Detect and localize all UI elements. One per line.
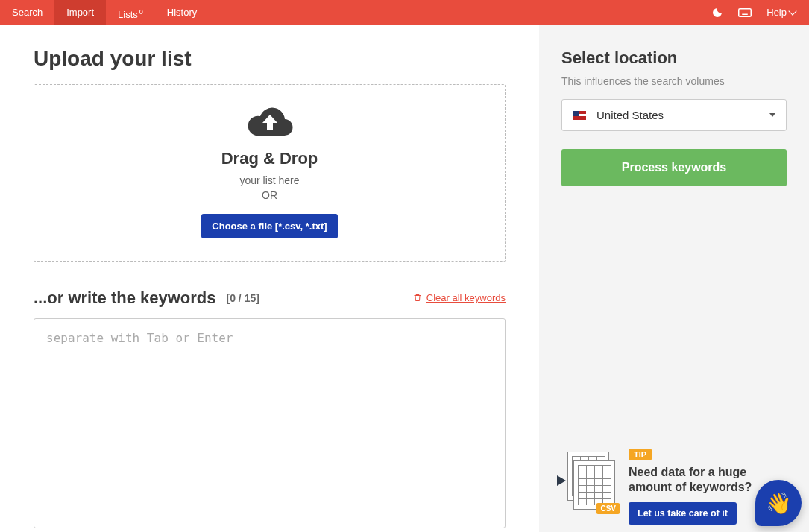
write-keywords-heading: ...or write the keywords [34,288,216,308]
keyword-counter: [0 / 15] [227,292,259,304]
sidebar: Select location This influences the sear… [539,25,809,532]
help-label: Help [766,7,787,18]
location-subtext: This influences the search volumes [561,75,787,87]
keyboard-icon[interactable] [738,7,752,18]
tip-title: Need data for a huge amount of keywords? [629,465,770,495]
help-menu[interactable]: Help [766,7,796,18]
nav-lists-label: Lists [118,9,138,20]
top-nav: Search Import Lists0 History Help [0,0,809,25]
choose-file-button[interactable]: Choose a file [*.csv, *.txt] [201,214,337,238]
nav-lists-badge: 0 [139,8,143,16]
nav-history[interactable]: History [155,0,209,25]
dark-mode-icon[interactable] [711,7,723,19]
caret-down-icon [769,113,775,117]
chat-widget-button[interactable]: 👋 [755,480,802,526]
tip-card: CSV TIP Need data for a huge amount of k… [557,447,787,525]
nav-search[interactable]: Search [0,0,54,25]
upload-cloud-icon [245,104,295,142]
tip-badge: TIP [629,449,652,460]
chevron-down-icon [788,7,796,15]
wave-icon: 👋 [766,491,792,516]
trash-icon [413,293,422,303]
tip-cta-button[interactable]: Let us take care of it [629,502,737,525]
keywords-textarea[interactable] [34,318,506,528]
clear-all-keywords-link[interactable]: Clear all keywords [413,292,506,303]
nav-lists[interactable]: Lists0 [106,0,155,25]
location-selected-label: United States [596,109,664,121]
location-select[interactable]: United States [561,99,787,131]
csv-badge: CSV [596,503,620,514]
location-heading: Select location [561,48,787,68]
nav-import[interactable]: Import [54,0,106,25]
tip-illustration: CSV [557,447,617,513]
us-flag-icon [573,111,586,120]
upload-dropzone[interactable]: Drag & Drop your list here OR Choose a f… [34,84,506,262]
process-keywords-button[interactable]: Process keywords [561,149,787,186]
main-panel: Upload your list Drag & Drop your list h… [0,25,539,532]
svg-rect-0 [739,8,752,16]
upload-heading: Upload your list [34,47,506,71]
dropzone-subtitle: your list here OR [49,173,490,203]
clear-all-label: Clear all keywords [426,292,506,303]
dropzone-title: Drag & Drop [49,149,490,168]
